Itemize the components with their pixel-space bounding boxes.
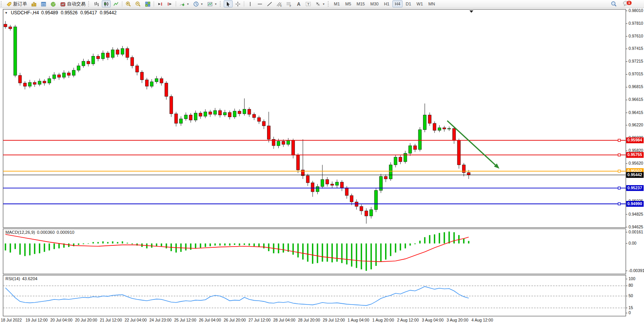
svg-text:0.96220: 0.96220 [629,123,643,127]
toolbar-grip [220,1,223,7]
macd-pane[interactable] [3,229,626,274]
symbol-period: USDCHF-,H4 [11,10,39,15]
dropdown-caret: ▼ [200,3,203,5]
timeframe-mn[interactable]: MN [426,0,437,7]
svg-text:18 Jul 2022: 18 Jul 2022 [1,318,22,322]
svg-text:0.94625: 0.94625 [629,225,643,229]
svg-text:E: E [280,4,282,7]
svg-text:0.95820: 0.95820 [629,148,643,153]
toolbar-separator [244,1,244,7]
price-scale[interactable]: 0.001610.00-0.00391 [626,230,644,273]
new-order-button[interactable]: 新订单 [5,0,29,7]
timeframe-m5[interactable]: M5 [343,0,353,7]
rsi-pane[interactable] [3,275,626,316]
cursor-icon [225,1,231,7]
auto-scroll-icon [157,1,163,7]
price-scale[interactable]: 0.980100.978100.976100.974150.972150.970… [626,8,643,229]
line-chart-button[interactable] [111,0,120,7]
price-scale[interactable]: 1008050150 [626,276,635,315]
templates-button[interactable]: ▼ [206,0,219,7]
svg-text:0.00161: 0.00161 [629,230,643,234]
zoom-out-button[interactable] [134,0,142,7]
horizontal-line-button[interactable] [255,0,264,7]
trendline-button[interactable] [265,0,274,7]
arrows-icon [315,1,321,7]
price-tag: 0.94990 [626,201,644,207]
chart-canvas[interactable]: 0.980100.978100.976100.974150.972150.970… [0,8,644,325]
crosshair-button[interactable] [233,0,242,7]
svg-text:0.96415: 0.96415 [629,110,643,115]
svg-text:20 Jul 04:00: 20 Jul 04:00 [50,318,72,322]
text-button[interactable]: A [294,0,303,7]
text-label-icon: T [305,1,311,7]
chart-window[interactable]: 0.980100.978100.976100.974150.972150.970… [0,8,644,325]
svg-text:0.97810: 0.97810 [629,21,643,26]
rsi-name: RSI(14) [5,276,20,281]
toolbar-grip [1,1,3,7]
svg-text:27 Jul 12:00: 27 Jul 12:00 [248,318,271,322]
dropdown-caret: ▼ [214,3,217,5]
fibonacci-button[interactable]: F [284,0,293,7]
svg-text:21 Jul 12:00: 21 Jul 12:00 [100,318,122,322]
timeframe-h1[interactable]: H1 [382,0,392,7]
chart-shift-button[interactable] [165,0,174,7]
svg-text:24 Jul 23:00: 24 Jul 23:00 [149,318,171,322]
timeframe-h4[interactable]: H4 [392,0,402,7]
search-icon [611,1,617,7]
indicators-button[interactable]: ▼ [178,0,191,7]
svg-text:80: 80 [629,283,633,288]
open-value: 0.95489 [41,10,58,15]
rsi-value: 43.6204 [22,276,38,281]
svg-text:4 Aug 12:00: 4 Aug 12:00 [471,318,493,322]
equidistant-channel-button[interactable]: E [275,0,284,7]
bar-chart-button[interactable] [92,0,101,7]
notification-badge: 1 [627,1,632,5]
cursor-button[interactable] [224,0,233,7]
svg-text:20 Jul 20:00: 20 Jul 20:00 [75,318,97,322]
svg-text:F: F [289,4,291,7]
charts-icon [31,1,37,7]
svg-text:15: 15 [629,305,633,310]
templates-icon [207,1,213,7]
zoom-in-icon [125,1,131,7]
collapse-triangle-icon[interactable]: ▼ [5,11,8,15]
text-label-button[interactable]: T [304,0,313,7]
notifications-button[interactable]: 1 [623,0,629,8]
signals-button[interactable] [49,0,58,7]
vertical-line-icon [247,1,253,7]
zoom-in-button[interactable] [124,0,133,7]
svg-text:-0.00391: -0.00391 [629,268,644,273]
arrows-button[interactable]: ▼ [313,0,327,7]
time-scale[interactable]: 18 Jul 202219 Jul 12:0020 Jul 04:0020 Ju… [1,318,493,322]
svg-text:T: T [307,2,310,6]
timeframe-m30[interactable]: M30 [368,0,381,7]
tile-windows-button[interactable] [143,0,152,7]
candlestick-chart-icon [103,1,109,7]
main-pane[interactable] [3,9,626,228]
charts-button[interactable] [29,0,38,7]
horizontal-line-icon [257,1,263,7]
data-window-button[interactable] [39,0,48,7]
candlestick-chart-button[interactable] [102,0,111,7]
svg-text:100: 100 [629,276,635,281]
fibonacci-icon: F [286,1,292,7]
vertical-line-button[interactable] [246,0,255,7]
periods-button[interactable]: ▼ [192,0,205,7]
svg-text:0.97610: 0.97610 [629,34,643,38]
timeframe-m1[interactable]: M1 [332,0,342,7]
svg-text:0.95237: 0.95237 [627,185,642,190]
svg-text:0.95755: 0.95755 [627,152,642,157]
autotrading-label: 自动交易 [67,1,86,7]
svg-text:2 Aug 12:00: 2 Aug 12:00 [397,318,419,322]
svg-text:0.96615: 0.96615 [629,97,643,102]
bar-chart-icon [94,1,99,7]
auto-scroll-button[interactable] [156,0,164,7]
svg-text:29 Jul 12:00: 29 Jul 12:00 [323,318,345,322]
timeframe-m15[interactable]: M15 [354,0,367,7]
timeframe-w1[interactable]: W1 [414,0,425,7]
search-button[interactable] [609,0,618,7]
dropdown-caret: ▼ [187,3,189,5]
timeframe-d1[interactable]: D1 [403,0,413,7]
autotrading-button[interactable]: 自动交易 [58,0,87,7]
svg-text:0.97415: 0.97415 [629,46,643,51]
